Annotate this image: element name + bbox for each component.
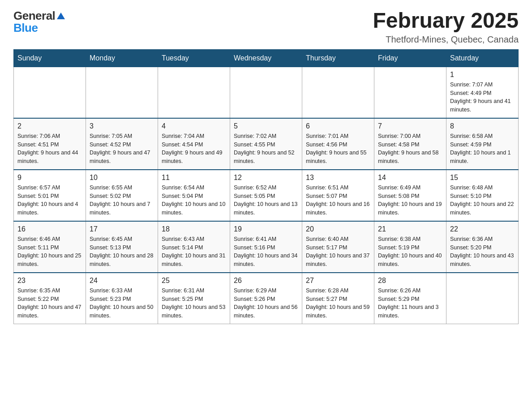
day-info: Sunrise: 6:45 AM Sunset: 5:13 PM Dayligh… <box>90 235 154 269</box>
day-info: Sunrise: 6:29 AM Sunset: 5:26 PM Dayligh… <box>234 287 298 320</box>
day-info: Sunrise: 6:26 AM Sunset: 5:29 PM Dayligh… <box>378 287 442 320</box>
calendar-cell: 27Sunrise: 6:28 AM Sunset: 5:27 PM Dayli… <box>302 273 374 324</box>
day-info: Sunrise: 6:52 AM Sunset: 5:05 PM Dayligh… <box>234 184 298 217</box>
weekday-header-friday: Friday <box>374 49 446 67</box>
day-number: 10 <box>90 174 154 182</box>
location-title: Thetford-Mines, Quebec, Canada <box>373 34 519 45</box>
calendar-cell: 23Sunrise: 6:35 AM Sunset: 5:22 PM Dayli… <box>14 273 86 324</box>
calendar-cell: 1Sunrise: 7:07 AM Sunset: 4:49 PM Daylig… <box>446 67 519 118</box>
day-info: Sunrise: 7:00 AM Sunset: 4:58 PM Dayligh… <box>378 132 442 166</box>
logo-blue-text: Blue <box>13 21 38 35</box>
calendar-cell: 11Sunrise: 6:54 AM Sunset: 5:04 PM Dayli… <box>158 170 230 221</box>
day-number: 22 <box>450 225 515 233</box>
day-info: Sunrise: 7:07 AM Sunset: 4:49 PM Dayligh… <box>450 81 515 114</box>
day-number: 21 <box>378 225 442 233</box>
calendar-cell: 9Sunrise: 6:57 AM Sunset: 5:01 PM Daylig… <box>14 170 86 221</box>
weekday-header-monday: Monday <box>86 49 158 67</box>
svg-marker-0 <box>57 13 65 19</box>
day-number: 19 <box>234 225 298 233</box>
calendar-row: 9Sunrise: 6:57 AM Sunset: 5:01 PM Daylig… <box>14 170 519 221</box>
calendar-cell: 7Sunrise: 7:00 AM Sunset: 4:58 PM Daylig… <box>374 118 446 170</box>
day-info: Sunrise: 6:31 AM Sunset: 5:25 PM Dayligh… <box>162 287 226 320</box>
logo: General Blue <box>13 9 66 35</box>
title-section: February 2025 Thetford-Mines, Quebec, Ca… <box>373 9 519 45</box>
day-number: 20 <box>306 225 370 233</box>
day-info: Sunrise: 6:36 AM Sunset: 5:20 PM Dayligh… <box>450 235 515 269</box>
day-number: 7 <box>378 122 442 130</box>
calendar-cell <box>230 67 302 118</box>
day-number: 13 <box>306 174 370 182</box>
day-number: 25 <box>162 277 226 285</box>
calendar-cell: 15Sunrise: 6:48 AM Sunset: 5:10 PM Dayli… <box>446 170 519 221</box>
day-info: Sunrise: 7:02 AM Sunset: 4:55 PM Dayligh… <box>234 132 298 166</box>
day-number: 3 <box>90 122 154 130</box>
weekday-header-sunday: Sunday <box>14 49 86 67</box>
month-title: February 2025 <box>373 9 519 33</box>
calendar-cell: 6Sunrise: 7:01 AM Sunset: 4:56 PM Daylig… <box>302 118 374 170</box>
day-info: Sunrise: 7:05 AM Sunset: 4:52 PM Dayligh… <box>90 132 154 166</box>
day-number: 6 <box>306 122 370 130</box>
day-number: 16 <box>17 225 82 233</box>
day-info: Sunrise: 6:49 AM Sunset: 5:08 PM Dayligh… <box>378 184 442 217</box>
day-number: 14 <box>378 174 442 182</box>
day-number: 28 <box>378 277 442 285</box>
calendar-cell: 5Sunrise: 7:02 AM Sunset: 4:55 PM Daylig… <box>230 118 302 170</box>
day-number: 12 <box>234 174 298 182</box>
calendar-cell: 4Sunrise: 7:04 AM Sunset: 4:54 PM Daylig… <box>158 118 230 170</box>
day-info: Sunrise: 7:06 AM Sunset: 4:51 PM Dayligh… <box>17 132 82 166</box>
day-info: Sunrise: 6:46 AM Sunset: 5:11 PM Dayligh… <box>17 235 82 269</box>
day-info: Sunrise: 6:33 AM Sunset: 5:23 PM Dayligh… <box>90 287 154 320</box>
calendar-cell: 8Sunrise: 6:58 AM Sunset: 4:59 PM Daylig… <box>446 118 519 170</box>
day-number: 26 <box>234 277 298 285</box>
day-number: 4 <box>162 122 226 130</box>
day-info: Sunrise: 6:35 AM Sunset: 5:22 PM Dayligh… <box>17 287 82 320</box>
calendar-cell: 24Sunrise: 6:33 AM Sunset: 5:23 PM Dayli… <box>86 273 158 324</box>
day-number: 11 <box>162 174 226 182</box>
day-number: 15 <box>450 174 515 182</box>
calendar-cell <box>158 67 230 118</box>
calendar-cell <box>302 67 374 118</box>
calendar-cell: 19Sunrise: 6:41 AM Sunset: 5:16 PM Dayli… <box>230 221 302 273</box>
calendar-row: 1Sunrise: 7:07 AM Sunset: 4:49 PM Daylig… <box>14 67 519 118</box>
calendar-cell: 26Sunrise: 6:29 AM Sunset: 5:26 PM Dayli… <box>230 273 302 324</box>
calendar-cell: 17Sunrise: 6:45 AM Sunset: 5:13 PM Dayli… <box>86 221 158 273</box>
day-info: Sunrise: 6:48 AM Sunset: 5:10 PM Dayligh… <box>450 184 515 217</box>
calendar-cell <box>374 67 446 118</box>
day-number: 24 <box>90 277 154 285</box>
weekday-header-row: SundayMondayTuesdayWednesdayThursdayFrid… <box>14 49 519 67</box>
day-info: Sunrise: 6:57 AM Sunset: 5:01 PM Dayligh… <box>17 184 82 217</box>
calendar-cell: 21Sunrise: 6:38 AM Sunset: 5:19 PM Dayli… <box>374 221 446 273</box>
day-number: 17 <box>90 225 154 233</box>
calendar-cell: 10Sunrise: 6:55 AM Sunset: 5:02 PM Dayli… <box>86 170 158 221</box>
calendar-row: 2Sunrise: 7:06 AM Sunset: 4:51 PM Daylig… <box>14 118 519 170</box>
calendar-cell: 16Sunrise: 6:46 AM Sunset: 5:11 PM Dayli… <box>14 221 86 273</box>
day-info: Sunrise: 7:01 AM Sunset: 4:56 PM Dayligh… <box>306 132 370 166</box>
day-number: 2 <box>17 122 82 130</box>
day-info: Sunrise: 7:04 AM Sunset: 4:54 PM Dayligh… <box>162 132 226 166</box>
page-header: General Blue February 2025 Thetford-Mine… <box>13 9 519 45</box>
calendar-cell: 12Sunrise: 6:52 AM Sunset: 5:05 PM Dayli… <box>230 170 302 221</box>
calendar-cell: 20Sunrise: 6:40 AM Sunset: 5:17 PM Dayli… <box>302 221 374 273</box>
day-info: Sunrise: 6:41 AM Sunset: 5:16 PM Dayligh… <box>234 235 298 269</box>
calendar-cell: 18Sunrise: 6:43 AM Sunset: 5:14 PM Dayli… <box>158 221 230 273</box>
day-number: 1 <box>450 71 515 79</box>
calendar-cell: 13Sunrise: 6:51 AM Sunset: 5:07 PM Dayli… <box>302 170 374 221</box>
calendar-table: SundayMondayTuesdayWednesdayThursdayFrid… <box>13 49 519 324</box>
day-number: 18 <box>162 225 226 233</box>
day-number: 8 <box>450 122 515 130</box>
day-info: Sunrise: 6:54 AM Sunset: 5:04 PM Dayligh… <box>162 184 226 217</box>
weekday-header-saturday: Saturday <box>446 49 519 67</box>
calendar-cell: 2Sunrise: 7:06 AM Sunset: 4:51 PM Daylig… <box>14 118 86 170</box>
calendar-row: 23Sunrise: 6:35 AM Sunset: 5:22 PM Dayli… <box>14 273 519 324</box>
day-number: 9 <box>17 174 82 182</box>
day-info: Sunrise: 6:40 AM Sunset: 5:17 PM Dayligh… <box>306 235 370 269</box>
day-number: 27 <box>306 277 370 285</box>
day-info: Sunrise: 6:43 AM Sunset: 5:14 PM Dayligh… <box>162 235 226 269</box>
calendar-cell: 25Sunrise: 6:31 AM Sunset: 5:25 PM Dayli… <box>158 273 230 324</box>
weekday-header-tuesday: Tuesday <box>158 49 230 67</box>
calendar-cell <box>14 67 86 118</box>
calendar-cell: 3Sunrise: 7:05 AM Sunset: 4:52 PM Daylig… <box>86 118 158 170</box>
day-info: Sunrise: 6:51 AM Sunset: 5:07 PM Dayligh… <box>306 184 370 217</box>
day-info: Sunrise: 6:28 AM Sunset: 5:27 PM Dayligh… <box>306 287 370 320</box>
calendar-cell: 28Sunrise: 6:26 AM Sunset: 5:29 PM Dayli… <box>374 273 446 324</box>
